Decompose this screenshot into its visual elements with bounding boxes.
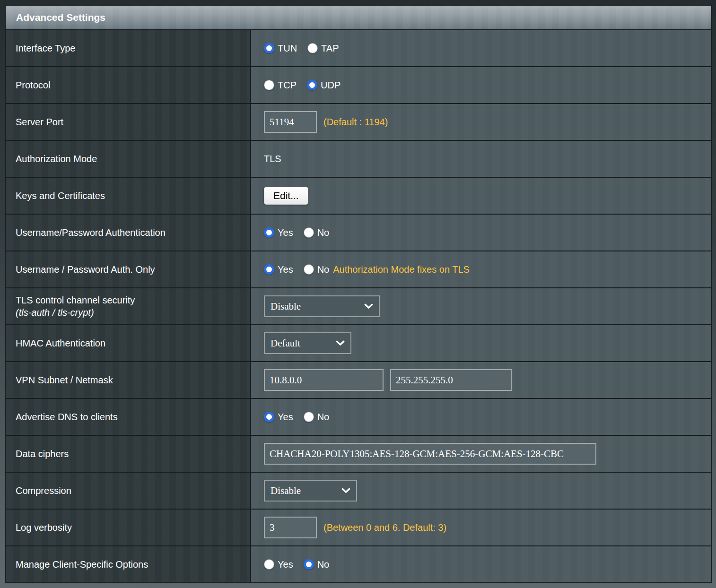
keys-edit-button[interactable]: Edit...	[264, 187, 308, 205]
label-text: Compression	[16, 484, 245, 497]
label-text: Username/Password Authentication	[16, 226, 245, 239]
radio-option-yes[interactable]: Yes	[264, 412, 293, 423]
radio-icon[interactable]	[264, 227, 274, 238]
row-label-userpass-auth-only: Username / Password Auth. Only	[6, 251, 251, 287]
row-label-vpn-subnet-netmask: VPN Subnet / Netmask	[6, 362, 251, 398]
radio-option-yes[interactable]: Yes	[264, 264, 293, 275]
row-label-keys-certificates: Keys and Certificates	[6, 178, 251, 214]
row-label-log-verbosity: Log verbosity	[6, 510, 251, 545]
radio-option-no[interactable]: No	[304, 559, 330, 570]
row-value-hmac-authentication: Default	[251, 325, 711, 361]
row-label-hmac-authentication: HMAC Authentication	[6, 325, 251, 361]
label-text: Interface Type	[16, 42, 245, 54]
row-hmac-authentication: HMAC Authentication Default	[6, 324, 711, 361]
authorization-mode-value: TLS	[264, 154, 281, 164]
server-port-input[interactable]	[264, 111, 317, 133]
chevron-down-icon	[336, 340, 345, 346]
row-label-compression: Compression	[6, 473, 251, 509]
label-text: Server Port	[16, 116, 245, 128]
select-value: Disable	[271, 485, 301, 497]
label-text: Log verbosity	[16, 521, 245, 534]
row-label-userpass-authentication: Username/Password Authentication	[6, 215, 251, 251]
row-label-authorization-mode: Authorization Mode	[6, 141, 251, 177]
chevron-down-icon	[341, 488, 350, 493]
row-value-tls-control-channel: Disable	[251, 288, 711, 324]
row-log-verbosity: Log verbosity (Between 0 and 6. Default:…	[6, 509, 711, 545]
row-value-keys-certificates: Edit...	[251, 178, 711, 214]
row-data-ciphers: Data ciphers	[6, 435, 711, 472]
data-ciphers-input[interactable]	[264, 443, 596, 465]
row-value-userpass-authentication: Yes No	[251, 215, 711, 251]
row-label-client-specific-options: Manage Client-Specific Options	[6, 546, 251, 582]
radio-option-tcp[interactable]: TCP	[264, 80, 297, 91]
label-text: Authorization Mode	[16, 153, 245, 165]
row-userpass-authentication: Username/Password Authentication Yes No	[6, 214, 711, 251]
row-value-server-port: (Default : 1194)	[251, 104, 711, 140]
log-verbosity-input[interactable]	[264, 517, 317, 538]
radio-label: TCP	[278, 80, 297, 91]
panel-title: Advanced Settings	[6, 6, 711, 29]
radio-label: UDP	[321, 80, 341, 91]
radio-icon[interactable]	[264, 43, 274, 53]
label-text: Data ciphers	[16, 448, 245, 460]
row-label-protocol: Protocol	[6, 67, 251, 103]
radio-icon[interactable]	[264, 412, 274, 422]
vpn-netmask-input[interactable]	[390, 369, 512, 391]
vpn-subnet-input[interactable]	[264, 369, 384, 391]
row-interface-type: Interface Type TUN TAP	[6, 29, 711, 66]
radio-icon[interactable]	[264, 80, 274, 90]
radio-icon[interactable]	[304, 559, 314, 570]
auth-only-hint: Authorization Mode fixes on TLS	[333, 264, 470, 275]
radio-option-udp[interactable]: UDP	[307, 80, 341, 91]
row-value-client-specific-options: Yes No	[251, 546, 711, 582]
row-value-advertise-dns: Yes No	[251, 399, 711, 435]
hmac-select[interactable]: Default	[264, 332, 351, 354]
row-label-advertise-dns: Advertise DNS to clients	[6, 399, 251, 435]
row-authorization-mode: Authorization Mode TLS	[6, 140, 711, 177]
label-text: Advertise DNS to clients	[16, 411, 245, 423]
radio-option-no[interactable]: No	[304, 227, 330, 238]
radio-option-no[interactable]: No	[304, 264, 330, 275]
row-keys-certificates: Keys and Certificates Edit...	[6, 177, 711, 214]
label-text: Manage Client-Specific Options	[16, 558, 245, 571]
label-text: Protocol	[16, 79, 245, 91]
radio-icon[interactable]	[304, 227, 314, 238]
label-text: Keys and Certificates	[16, 190, 245, 202]
radio-option-tap[interactable]: TAP	[307, 43, 339, 54]
row-tls-control-channel: TLS control channel security (tls-auth /…	[6, 287, 711, 324]
radio-option-yes[interactable]: Yes	[264, 559, 293, 570]
tls-control-select[interactable]: Disable	[264, 295, 380, 317]
compression-select[interactable]: Disable	[264, 480, 357, 502]
radio-icon[interactable]	[304, 412, 314, 422]
row-value-data-ciphers	[251, 436, 711, 472]
radio-option-yes[interactable]: Yes	[264, 227, 293, 238]
radio-icon[interactable]	[264, 559, 274, 570]
radio-label: Yes	[278, 412, 293, 423]
label-text: Username / Password Auth. Only	[16, 263, 245, 276]
radio-icon[interactable]	[307, 80, 317, 90]
row-label-tls-control-channel: TLS control channel security (tls-auth /…	[6, 288, 251, 324]
radio-label: Yes	[278, 227, 293, 238]
row-label-data-ciphers: Data ciphers	[6, 436, 251, 472]
radio-icon[interactable]	[304, 264, 314, 275]
row-label-server-port: Server Port	[6, 104, 251, 140]
row-value-log-verbosity: (Between 0 and 6. Default: 3)	[251, 510, 711, 545]
radio-label: Yes	[278, 559, 293, 570]
radio-icon[interactable]	[307, 43, 318, 53]
radio-label: No	[317, 559, 330, 570]
row-server-port: Server Port (Default : 1194)	[6, 103, 711, 140]
radio-label: No	[317, 412, 330, 423]
row-compression: Compression Disable	[6, 472, 711, 509]
chevron-down-icon	[364, 303, 373, 309]
select-value: Default	[271, 337, 300, 349]
row-client-specific-options: Manage Client-Specific Options Yes No	[6, 545, 711, 582]
row-value-userpass-auth-only: Yes No Authorization Mode fixes on TLS	[251, 251, 711, 287]
row-value-interface-type: TUN TAP	[251, 30, 711, 66]
radio-icon[interactable]	[264, 264, 274, 275]
radio-option-tun[interactable]: TUN	[264, 43, 297, 54]
radio-option-no[interactable]: No	[304, 412, 330, 423]
label-subtext: (tls-auth / tls-crypt)	[16, 306, 245, 319]
radio-label: TUN	[278, 43, 297, 54]
row-label-interface-type: Interface Type	[6, 30, 251, 66]
row-advertise-dns: Advertise DNS to clients Yes No	[6, 398, 711, 435]
